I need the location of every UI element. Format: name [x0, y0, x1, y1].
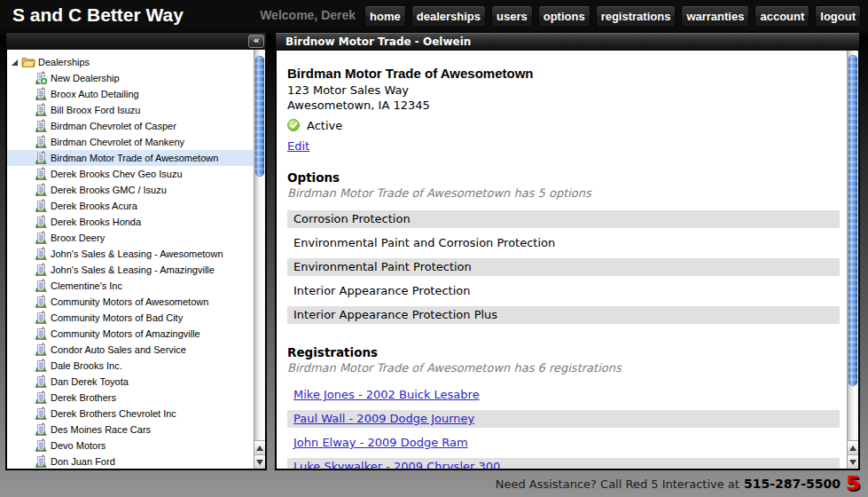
scroll-down-icon — [256, 460, 263, 465]
nav-button[interactable]: options — [538, 5, 590, 28]
nav-button[interactable]: account — [755, 5, 809, 28]
edit-link[interactable]: Edit — [287, 139, 309, 153]
tree-item[interactable]: Birdman Chevrolet of Casper — [7, 118, 254, 134]
address-line-1: 123 Motor Sales Way — [287, 83, 847, 98]
building-icon — [34, 103, 48, 117]
main-scrollbar-thumb[interactable] — [848, 55, 857, 386]
tree-item[interactable]: New Dealership — [7, 70, 254, 86]
building-icon — [34, 151, 48, 165]
dealerships-tree: Dealerships New Dealership Broox Auto De… — [7, 50, 254, 469]
building-icon — [34, 167, 48, 181]
registration-row: John Elway - 2009 Dodge Ram — [287, 434, 840, 452]
nav-button[interactable]: home — [364, 5, 406, 28]
tree-item[interactable]: Derek Brothers Chevrolet Inc — [7, 406, 254, 422]
tree-item[interactable]: Derek Brooks Acura — [7, 198, 254, 214]
status-row: Active — [287, 119, 847, 131]
tree-item[interactable]: Don Juan Ford — [7, 454, 254, 469]
tree-root-dealerships[interactable]: Dealerships — [7, 54, 254, 70]
options-heading: Options — [287, 171, 847, 185]
phone-number: 515-287-5500 — [744, 477, 841, 491]
nav-button[interactable]: registrations — [596, 5, 676, 28]
building-icon — [34, 438, 48, 453]
dealership-name: Birdman Motor Trade of Awesometown — [287, 65, 847, 82]
building-icon — [34, 231, 48, 245]
tree-item[interactable]: Community Motors of Awesometown — [7, 294, 254, 310]
tree-item[interactable]: Dan Derek Toyota — [7, 374, 254, 390]
building-icon — [34, 343, 48, 357]
registration-row: Mike Jones - 2002 Buick Lesabre — [287, 386, 840, 404]
collapse-sidebar-button[interactable]: « — [248, 35, 264, 48]
nav-button[interactable]: users — [491, 5, 533, 28]
sidebar-scroll-up-button[interactable] — [254, 440, 265, 454]
sidebar-scrollbar-thumb[interactable] — [255, 56, 264, 177]
tree-item[interactable]: Dale Brooks Inc. — [7, 358, 254, 374]
tree-item[interactable]: Broox Auto Detailing — [7, 86, 254, 102]
registration-link[interactable]: Paul Wall - 2009 Dodge Journey — [293, 412, 474, 425]
main-nav: homedealershipsusersoptionsregistrations… — [364, 5, 861, 28]
building-icon — [34, 359, 48, 373]
registrations-heading: Registrations — [287, 346, 847, 359]
red5-logo-icon: 5 — [846, 475, 860, 493]
nav-button[interactable]: logout — [815, 5, 861, 28]
tree-item[interactable]: Condor Auto Sales and Service — [7, 342, 254, 358]
nav-button[interactable]: warranties — [681, 5, 749, 28]
building-icon — [34, 406, 48, 421]
tree-item[interactable]: Community Motors of Bad City — [7, 310, 254, 326]
options-list: Corrosion ProtectionEnvironmental Paint … — [287, 210, 840, 324]
tree-item[interactable]: Derek Brooks GMC / Isuzu — [7, 182, 254, 198]
dealership-detail: Birdman Motor Trade of Awesometown 123 M… — [277, 51, 847, 469]
building-icon — [34, 327, 48, 341]
option-row: Environmental Paint Protection — [287, 258, 840, 276]
registration-link[interactable]: Mike Jones - 2002 Buick Lesabre — [293, 388, 480, 401]
tree-item[interactable]: Clementine's Inc — [7, 278, 254, 294]
option-row: Interior Appearance Protection Plus — [287, 306, 840, 324]
tree-item[interactable]: Birdman Chevrolet of Mankeny — [7, 134, 254, 150]
footer-bar: Need Assistance? Call Red 5 Interactive … — [0, 470, 868, 497]
main-scroll-up-button[interactable] — [848, 440, 858, 454]
building-icon — [34, 183, 48, 197]
tree-item[interactable]: Derek Brooks Chev Geo Isuzu — [7, 166, 254, 182]
main-scroll-down-button[interactable] — [848, 454, 858, 469]
tree-item[interactable]: Bill Broox Ford Isuzu — [7, 102, 254, 118]
building-icon — [34, 119, 48, 133]
status-label: Active — [307, 119, 342, 132]
nav-button[interactable]: dealerships — [411, 5, 486, 28]
tree-item[interactable]: Derek Brothers — [7, 390, 254, 406]
building-add-icon — [34, 71, 48, 85]
building-icon — [34, 295, 48, 309]
tree-item[interactable]: Birdman Motor Trade of Awesometown — [7, 150, 254, 166]
tree-expand-arrow-icon[interactable] — [11, 59, 19, 67]
tree-item[interactable]: Community Motors of Amazingville — [7, 326, 254, 342]
building-icon — [34, 279, 48, 293]
panel-title: Birdnow Motor Trade - Oelwein — [285, 36, 471, 48]
registration-link[interactable]: John Elway - 2009 Dodge Ram — [293, 436, 468, 449]
welcome-text: Welcome, Derek — [260, 8, 356, 22]
tree-item[interactable]: Derek Brooks Honda — [7, 214, 254, 230]
building-icon — [34, 215, 48, 229]
tree-item[interactable]: Devo Motors — [7, 438, 254, 454]
building-icon — [34, 87, 48, 101]
building-icon — [34, 422, 48, 437]
building-icon — [34, 375, 48, 389]
registrations-list: Mike Jones - 2002 Buick LesabrePaul Wall… — [287, 386, 840, 469]
scroll-up-icon — [256, 446, 263, 451]
registration-link[interactable]: Luke Skywalker - 2009 Chrysler 300 — [293, 460, 500, 469]
main-scrollbar[interactable] — [847, 51, 858, 469]
tree-item[interactable]: Broox Deery — [7, 230, 254, 246]
building-icon — [34, 311, 48, 325]
building-icon — [34, 247, 48, 261]
scroll-up-icon — [849, 446, 856, 451]
tree-item[interactable]: Des Moines Race Cars — [7, 422, 254, 438]
sidebar-panel: « Dealerships New Dealership — [5, 32, 267, 470]
tree-item[interactable]: John's Sales & Leasing - Awesometown — [7, 246, 254, 262]
sidebar-scroll-down-button[interactable] — [254, 454, 265, 469]
assistance-text: Need Assistance? Call Red 5 Interactive … — [496, 477, 739, 491]
folder-icon — [21, 55, 35, 69]
panel-title-bar: Birdnow Motor Trade - Oelwein — [275, 32, 860, 51]
registrations-subtitle: Birdman Motor Trade of Awesometown has 6… — [287, 361, 847, 375]
sidebar-scrollbar[interactable] — [254, 50, 265, 469]
scroll-down-icon — [849, 460, 856, 465]
tree-item[interactable]: John's Sales & Leasing - Amazingville — [7, 262, 254, 278]
sidebar-header-bar: « — [5, 32, 267, 50]
option-row: Environmental Paint and Corrosion Protec… — [287, 234, 840, 252]
